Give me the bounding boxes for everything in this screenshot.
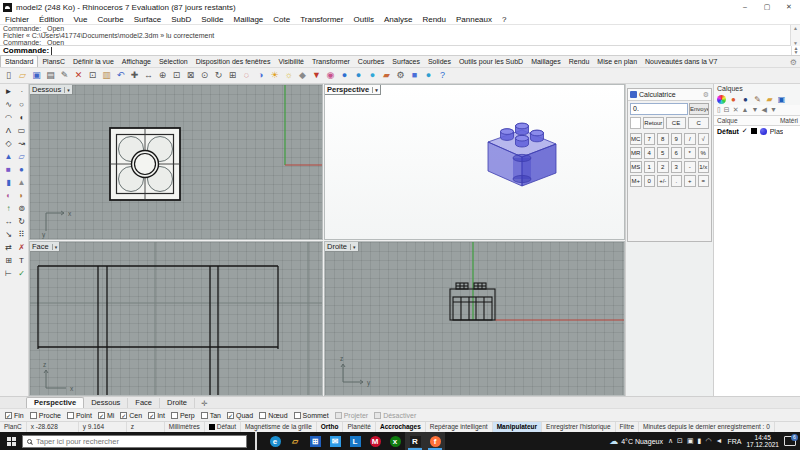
osnap-point[interactable]: Point: [67, 412, 92, 419]
notification-center-icon[interactable]: 6: [784, 436, 796, 446]
gears-icon[interactable]: ⚙: [394, 69, 407, 82]
maximize-button[interactable]: ▢: [756, 0, 778, 14]
units-label[interactable]: Millimètres: [165, 422, 205, 432]
render-sphere-1-icon[interactable]: ●: [338, 69, 351, 82]
weather-widget[interactable]: ☁ 4°C Nuageux: [609, 436, 663, 446]
toolbar-tab-mise-en-plan[interactable]: Mise en plan: [593, 56, 641, 67]
taskbar-app-lego-app[interactable]: L: [345, 432, 365, 450]
curve-icon[interactable]: ∿: [2, 99, 15, 112]
start-button[interactable]: [0, 432, 22, 450]
status-plan-it[interactable]: Planéité: [343, 422, 376, 432]
taskbar-app-microsoft-store[interactable]: ⊞: [305, 432, 325, 450]
rotate-view-icon[interactable]: ↻: [212, 69, 225, 82]
cplane-button[interactable]: PlanC: [0, 422, 27, 432]
box-icon[interactable]: ■: [2, 164, 15, 177]
render-sphere-2-icon[interactable]: ●: [352, 69, 365, 82]
viewport-title-dessous[interactable]: Dessous ▾: [30, 85, 73, 95]
help-icon[interactable]: ?: [436, 69, 449, 82]
checkbox-int[interactable]: ✓: [148, 412, 155, 419]
toolbar-tab-affichage[interactable]: Affichage: [118, 56, 155, 67]
expand-icon[interactable]: ◀: [761, 106, 766, 114]
point-icon[interactable]: ∙: [15, 86, 28, 99]
osnap-proche[interactable]: Proche: [30, 412, 61, 419]
viewport-face[interactable]: Face ▾: [29, 241, 323, 396]
hide-objects-icon[interactable]: ◌: [240, 69, 253, 82]
undo-icon[interactable]: ↶: [114, 69, 127, 82]
checkbox-cen[interactable]: ✓: [120, 412, 127, 419]
cone-icon[interactable]: ▲: [15, 177, 28, 190]
render-lamp-icon[interactable]: ☀: [268, 69, 281, 82]
toolbar-tab-solides[interactable]: Solides: [424, 56, 455, 67]
calc-key-[interactable]: *: [684, 147, 696, 159]
viewport-dessous[interactable]: Dessous ▾ x y: [29, 84, 323, 240]
calc-key-6[interactable]: 6: [671, 147, 683, 159]
toolbar-gear-icon[interactable]: ⚙: [790, 58, 800, 67]
move-icon[interactable]: ↔: [142, 69, 155, 82]
toolbar-tab-surfaces[interactable]: Surfaces: [388, 56, 424, 67]
viewport-droite[interactable]: Droite ▾: [324, 241, 625, 396]
osnap-projeter[interactable]: Projeter: [335, 412, 369, 419]
status-accrochages[interactable]: Accrochages: [376, 422, 426, 432]
toolbar-tab-rendu[interactable]: Rendu: [565, 56, 594, 67]
text-tool-icon[interactable]: T: [15, 255, 28, 268]
current-layer[interactable]: Défaut: [205, 422, 241, 432]
calc-key-[interactable]: =: [698, 175, 710, 187]
plane-icon[interactable]: ▱: [15, 151, 28, 164]
menu-subd[interactable]: SubD: [166, 14, 196, 25]
arc-icon[interactable]: ◠: [2, 112, 15, 125]
print-icon[interactable]: ▤: [44, 69, 57, 82]
toolbar-tab-d-finir-la-vue[interactable]: Définir la vue: [69, 56, 118, 67]
status-ortho[interactable]: Ortho: [317, 422, 344, 432]
color-profile-icon[interactable]: ▣: [687, 437, 694, 445]
pointer-icon[interactable]: ►: [2, 86, 15, 99]
osnap-fin[interactable]: ✓Fin: [5, 412, 24, 419]
cylinder-icon[interactable]: ▮: [2, 177, 15, 190]
osnap-int[interactable]: ✓Int: [148, 412, 165, 419]
calc-key-[interactable]: -: [684, 161, 696, 173]
calc-key-mc[interactable]: MC: [630, 133, 642, 145]
properties-tab-icon[interactable]: [717, 95, 726, 104]
calc-key-0[interactable]: 0: [644, 175, 656, 187]
zoom-dynamic-icon[interactable]: ⊕: [156, 69, 169, 82]
checkbox-perp[interactable]: [171, 412, 178, 419]
checkbox-tan[interactable]: [201, 412, 208, 419]
viewport-tab-droite[interactable]: Droite: [160, 398, 195, 408]
toolbar-tab-visibilit[interactable]: Visibilité: [274, 56, 308, 67]
offset-icon[interactable]: ⊚: [15, 203, 28, 216]
surface-icon[interactable]: ▲: [2, 151, 15, 164]
osnap-sommet[interactable]: Sommet: [294, 412, 329, 419]
zoom-selected-icon[interactable]: ⊙: [198, 69, 211, 82]
trim-tool-icon[interactable]: ✗: [15, 242, 28, 255]
toolbar-tab-standard[interactable]: Standard: [0, 55, 38, 67]
command-spinner[interactable]: ▲▼: [791, 46, 800, 55]
extrude-icon[interactable]: ↑: [2, 203, 15, 216]
new-layer-icon[interactable]: ▯: [717, 106, 721, 114]
materials-tab-icon[interactable]: ✎: [753, 95, 762, 104]
clock[interactable]: 14:45 17.12.2021: [746, 434, 779, 448]
calc-key-[interactable]: %: [698, 147, 710, 159]
taskbar-app-mcafee[interactable]: M: [365, 432, 385, 450]
calc-key-m[interactable]: M+: [630, 175, 642, 187]
menu-[interactable]: ?: [497, 14, 511, 25]
calc-key-8[interactable]: 8: [657, 133, 669, 145]
move-up-icon[interactable]: ▲: [742, 106, 749, 114]
toolbar-tab-disposition-des-fen-tres[interactable]: Disposition des fenêtres: [192, 56, 275, 67]
check-tool-icon[interactable]: ✓: [15, 268, 28, 281]
move-down-icon[interactable]: ▼: [752, 106, 759, 114]
save-icon[interactable]: ▣: [30, 69, 43, 82]
calc-key-ms[interactable]: MS: [630, 161, 642, 173]
calc-key-2[interactable]: 2: [657, 161, 669, 173]
toolbar-tab-outils-pour-les-subd[interactable]: Outils pour les SubD: [455, 56, 527, 67]
layer-color-swatch[interactable]: [751, 128, 757, 134]
paste-icon[interactable]: ▥: [100, 69, 113, 82]
menu-panneaux[interactable]: Panneaux: [451, 14, 497, 25]
delete-layer-icon[interactable]: ✕: [733, 106, 739, 114]
world-globe-icon[interactable]: ●: [422, 69, 435, 82]
gear-icon[interactable]: ⚙: [703, 91, 709, 99]
checkbox-proche[interactable]: [30, 412, 37, 419]
viewport-tab-face[interactable]: Face: [128, 398, 160, 408]
fillet-icon[interactable]: ◗: [15, 190, 28, 203]
material-ball-icon[interactable]: [760, 128, 767, 135]
dimension-tool-icon[interactable]: ⊢: [2, 268, 15, 281]
menu-outils[interactable]: Outils: [348, 14, 378, 25]
